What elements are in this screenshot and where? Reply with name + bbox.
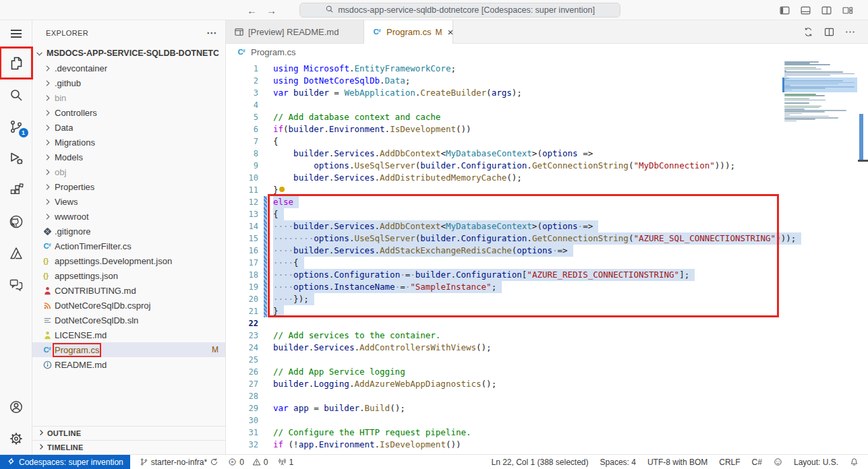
minimap-line [784,69,821,70]
explorer-more-actions-icon[interactable]: ⋯ [206,27,217,39]
tree-item-contributing-md[interactable]: CONTRIBUTING.md [32,283,225,298]
code-line-26[interactable]: 26// Add App Service logging [226,366,780,378]
code-line-13[interactable]: 13{ [226,208,780,220]
eol-item[interactable]: CRLF [719,458,740,467]
tree-item-views[interactable]: Views [32,194,225,209]
search-icon [325,5,334,15]
command-center-search[interactable]: msdocs-app-service-sqldb-dotnetcore [Cod… [299,3,620,18]
explorer-activity-button[interactable] [0,47,32,79]
comments-activity-button[interactable] [0,269,32,301]
tree-item-msdocs-app-service-sqldb-dotnetcor[interactable]: MSDOCS-APP-SERVICE-SQLDB-DOTNETCOR... [32,46,225,61]
indentation-item[interactable]: Spaces: 4 [600,458,636,467]
code-line-3[interactable]: 3var builder = WebApplication.CreateBuil… [226,87,780,99]
ports-status-item[interactable]: 1 [278,458,294,467]
tree-item-readme-md[interactable]: README.md [32,357,225,372]
accounts-button[interactable] [0,391,32,423]
toggle-sidebar-icon[interactable] [779,5,790,16]
forward-arrow-icon[interactable]: → [266,5,277,16]
tree-item-actiontimerfilter-cs[interactable]: C#ActionTimerFilter.cs [32,239,225,253]
settings-button[interactable] [0,423,32,454]
split-editor-icon[interactable] [823,26,835,38]
code-line-31[interactable]: 31// Configure the HTTP request pipeline… [226,427,780,439]
code-line-21[interactable]: 21} [226,305,780,317]
back-arrow-icon[interactable]: ← [247,5,257,16]
tree-item-gitignore[interactable]: .gitignore [32,224,225,239]
code-line-15[interactable]: 15········options.UseSqlServer(builder.C… [226,232,780,245]
code-line-25[interactable]: 25 [226,354,780,366]
extensions-activity-button[interactable] [0,174,32,206]
notifications-bell-icon[interactable] [850,458,859,466]
toggle-panel-icon[interactable] [800,5,811,16]
code-line-2[interactable]: 2using DotNetCoreSqlDb.Data; [226,75,780,87]
code-line-6[interactable]: 6if(builder.Environment.IsDevelopment()) [226,123,780,135]
remote-indicator[interactable]: Codespaces: super invention [0,455,130,469]
cursor-position-item[interactable]: Ln 22, Col 1 (388 selected) [491,458,588,467]
close-tab-icon[interactable]: × [447,26,453,38]
chevron-right-icon [36,442,46,453]
code-line-30[interactable]: 30 [226,414,780,427]
tree-item-migrations[interactable]: Migrations [32,135,225,150]
code-line-23[interactable]: 23// Add services to the container. [226,330,780,342]
github-activity-button[interactable] [0,206,32,237]
problems-status-item[interactable]: 0 0 [228,458,268,467]
tree-item-bin[interactable]: bin [32,90,225,105]
code-line-11[interactable]: 11} [226,184,780,196]
tree-item-dotnetcoresqldb-csproj[interactable]: DotNetCoreSqlDb.csproj [32,298,225,313]
code-line-18[interactable]: 18····options.Configuration·=·builder.Co… [226,269,780,281]
code-line-27[interactable]: 27builder.Logging.AddAzureWebAppDiagnost… [226,378,780,390]
code-line-9[interactable]: 9 options.UseSqlServer(builder.Configura… [226,160,780,172]
code-line-5[interactable]: 5// Add database context and cache [226,111,780,123]
branch-status-item[interactable]: starter-no-infra* [140,458,219,467]
code-line-32[interactable]: 32if (!app.Environment.IsDevelopment()) [226,439,780,451]
encoding-item[interactable]: UTF-8 with BOM [647,458,707,467]
keyboard-layout-item[interactable]: Layout: U.S. [794,458,838,467]
explorer-title: EXPLORER [46,29,88,37]
code-line-7[interactable]: 7{ [226,135,780,148]
tree-item-properties[interactable]: Properties [32,179,225,194]
code-line-4[interactable]: 4 [226,99,780,111]
outline-section[interactable]: OUTLINE [32,426,225,440]
customize-layout-icon[interactable] [842,5,853,16]
code-line-17[interactable]: 17····{ [226,257,780,269]
tree-item-appsettings-json[interactable]: {}appsettings.json [32,268,225,283]
code-line-16[interactable]: 16····builder.Services.AddStackExchangeR… [226,245,780,257]
more-actions-icon[interactable] [844,26,856,38]
code-line-29[interactable]: 29var app = builder.Build(); [226,402,780,414]
tree-item-license-md[interactable]: LICENSE.md [32,327,225,342]
minimap[interactable] [784,61,857,454]
code-line-10[interactable]: 10 builder.Services.AddDistributedMemory… [226,172,780,184]
tree-item-obj[interactable]: obj [32,164,225,179]
tree-item-models[interactable]: Models [32,150,225,164]
tree-item-github[interactable]: .github [32,75,225,90]
code-editor[interactable]: 1using Microsoft.EntityFrameworkCore;2us… [226,60,868,454]
tab-readme-preview[interactable]: [Preview] README.md [226,20,364,43]
tree-item-data[interactable]: Data [32,120,225,135]
tree-item-program-cs[interactable]: C#Program.csM [32,342,225,357]
menu-button[interactable] [0,20,32,47]
code-line-1[interactable]: 1using Microsoft.EntityFrameworkCore; [226,63,780,75]
language-mode-item[interactable]: C# [752,458,762,467]
open-changes-icon[interactable] [803,26,814,38]
tree-item-appsettings-development-json[interactable]: {}appsettings.Development.json [32,253,225,268]
azure-activity-button[interactable] [0,237,32,269]
tree-item-wwwroot[interactable]: wwwroot [32,209,225,224]
tab-program-cs[interactable]: C# Program.cs M × [364,20,453,44]
code-line-14[interactable]: 14····builder.Services.AddDbContext<MyDa… [226,220,780,232]
timeline-section[interactable]: TIMELINE [32,440,225,454]
feedback-smiley-icon[interactable] [774,458,782,466]
code-line-19[interactable]: 19····options.InstanceName·=·"SampleInst… [226,281,780,293]
tree-item-devcontainer[interactable]: .devcontainer [32,61,225,75]
code-line-20[interactable]: 20····}); [226,293,780,305]
code-line-12[interactable]: 12else [226,196,780,208]
tree-item-dotnetcoresqldb-sln[interactable]: DotNetCoreSqlDb.sln [32,313,225,327]
code-line-24[interactable]: 24builder.Services.AddControllersWithVie… [226,342,780,354]
code-line-22[interactable]: 22 [226,317,780,330]
tree-item-controllers[interactable]: Controllers [32,105,225,120]
run-debug-activity-button[interactable] [0,142,32,174]
breadcrumb[interactable]: C# Program.cs [226,44,868,60]
code-line-28[interactable]: 28 [226,390,780,402]
search-activity-button[interactable] [0,79,32,111]
source-control-activity-button[interactable]: 1 [0,111,32,142]
toggle-secondary-sidebar-icon[interactable] [821,5,832,16]
code-line-8[interactable]: 8 builder.Services.AddDbContext<MyDataba… [226,148,780,160]
